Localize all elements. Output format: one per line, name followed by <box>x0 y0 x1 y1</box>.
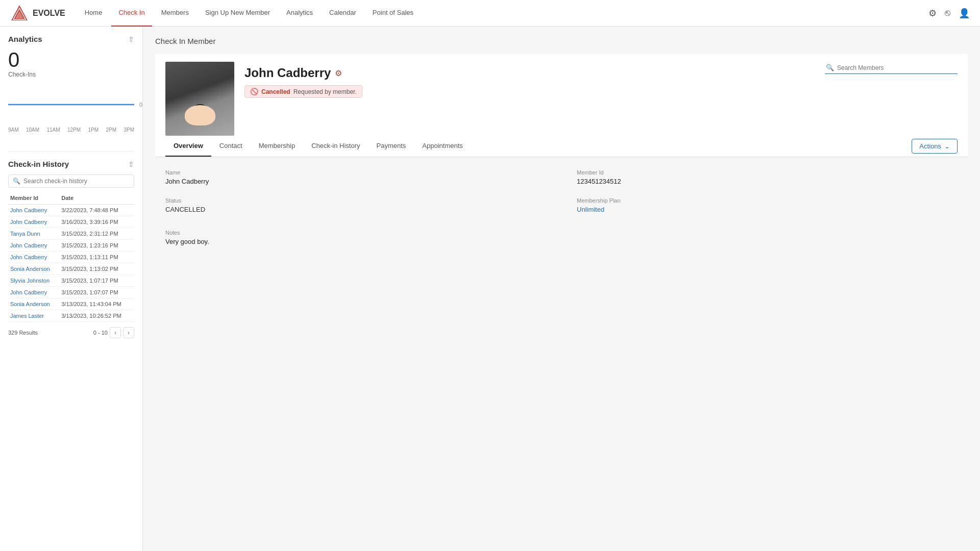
table-row: Tanya Dunn3/15/2023, 2:31:12 PM <box>8 228 134 240</box>
row-member-name: Tanya Dunn <box>8 228 59 240</box>
row-date: 3/13/2023, 10:26:52 PM <box>59 310 134 322</box>
chart-label-3: 12PM <box>67 127 81 133</box>
checkin-history-section: Check-in History ⇧ 🔍 Member Id Date John… <box>8 160 134 338</box>
logout-icon: ⎋ <box>945 8 950 18</box>
dog-snout <box>185 105 215 126</box>
row-date: 3/15/2023, 1:13:11 PM <box>59 252 134 263</box>
row-date: 3/15/2023, 1:13:02 PM <box>59 263 134 275</box>
checkin-search-input[interactable] <box>23 178 130 185</box>
overview-panel: Name John Cadberry Member Id 12345123451… <box>155 157 968 258</box>
user-account-button[interactable]: 👤 <box>959 8 970 19</box>
analytics-section-header: Analytics ⇧ <box>8 35 134 43</box>
field-notes: Notes Very good boy. <box>165 230 958 245</box>
search-members-area: 🔍 <box>825 62 958 74</box>
brand-logo-icon <box>10 4 29 22</box>
search-members-input[interactable] <box>837 64 957 71</box>
tab-checkin-history[interactable]: Check-in History <box>303 136 368 157</box>
next-page-button[interactable]: › <box>123 327 134 338</box>
member-header: John Cadberry ⚙ 🚫 Cancelled Requested by… <box>155 54 968 136</box>
checkin-search-icon: 🔍 <box>13 178 20 185</box>
edit-member-icon[interactable]: ⚙ <box>335 68 342 78</box>
status-label: Status <box>165 197 546 204</box>
membership-plan-label: Membership Plan <box>577 197 958 204</box>
row-date: 3/22/2023, 7:48:48 PM <box>59 205 134 216</box>
actions-chevron-icon: ⌄ <box>944 142 950 150</box>
nav-links: Home Check In Members Sign Up New Member… <box>78 0 928 27</box>
page-title: Check In Member <box>155 37 968 45</box>
table-row: John Cadberry3/16/2023, 3:39:16 PM <box>8 216 134 228</box>
row-date: 3/15/2023, 2:31:12 PM <box>59 228 134 240</box>
row-date: 3/16/2023, 3:39:16 PM <box>59 216 134 228</box>
status-badge-text: Cancelled <box>261 88 290 95</box>
notes-label: Notes <box>165 230 958 236</box>
logout-button[interactable]: ⎋ <box>945 8 950 18</box>
nav-checkin[interactable]: Check In <box>111 0 152 27</box>
app-body: Analytics ⇧ 0 Check-Ins 0 9AM 10AM 11AM … <box>0 27 980 551</box>
cancelled-icon: 🚫 <box>250 88 258 95</box>
chart-svg <box>8 84 134 125</box>
tab-contact[interactable]: Contact <box>211 136 251 157</box>
checkin-history-collapse-button[interactable]: ⇧ <box>128 160 134 168</box>
table-row: John Cadberry3/15/2023, 1:23:16 PM <box>8 240 134 252</box>
name-value: John Cadberry <box>165 178 546 185</box>
row-date: 3/15/2023, 1:23:16 PM <box>59 240 134 252</box>
row-member-name: John Cadberry <box>8 252 59 263</box>
nav-signup[interactable]: Sign Up New Member <box>198 0 277 27</box>
nav-members[interactable]: Members <box>154 0 196 27</box>
row-member-name: John Cadberry <box>8 287 59 298</box>
member-id-label: Member Id <box>577 169 958 176</box>
user-icon: 👤 <box>959 8 970 19</box>
notes-value: Very good boy. <box>165 238 958 245</box>
checkin-history-table: Member Id Date John Cadberry3/22/2023, 7… <box>8 193 134 322</box>
nav-pos[interactable]: Point of Sales <box>365 0 421 27</box>
status-badge: 🚫 Cancelled Requested by member. <box>244 85 362 98</box>
nav-analytics[interactable]: Analytics <box>279 0 320 27</box>
row-member-name: Sonia Anderson <box>8 263 59 275</box>
chart-label-6: 3PM <box>124 127 134 133</box>
actions-button[interactable]: Actions ⌄ <box>912 139 958 154</box>
settings-button[interactable]: ⚙ <box>928 8 937 19</box>
table-row: John Cadberry3/22/2023, 7:48:48 PM <box>8 205 134 216</box>
chart-label-2: 11AM <box>46 127 60 133</box>
checkins-count: 0 <box>8 49 134 70</box>
analytics-chart: 0 <box>8 84 134 125</box>
analytics-title: Analytics <box>8 35 42 43</box>
nav-home[interactable]: Home <box>78 0 110 27</box>
pagination-row: 329 Results 0 - 10 ‹ › <box>8 327 134 338</box>
table-row: John Cadberry3/15/2023, 1:13:11 PM <box>8 252 134 263</box>
row-member-name: John Cadberry <box>8 216 59 228</box>
checkin-history-header: Check-in History ⇧ <box>8 160 134 168</box>
col-date: Date <box>59 193 134 205</box>
row-member-name: John Cadberry <box>8 240 59 252</box>
row-date: 3/13/2023, 11:43:04 PM <box>59 298 134 310</box>
tab-payments[interactable]: Payments <box>369 136 414 157</box>
field-membership-plan: Membership Plan Unlimited <box>577 197 958 213</box>
checkins-label: Check-Ins <box>8 71 134 78</box>
checkin-search-box: 🔍 <box>8 174 134 188</box>
tab-appointments[interactable]: Appointments <box>414 136 471 157</box>
search-members-icon: 🔍 <box>826 64 834 71</box>
nav-calendar[interactable]: Calendar <box>322 0 363 27</box>
field-name: Name John Cadberry <box>165 169 546 185</box>
tab-membership[interactable]: Membership <box>251 136 304 157</box>
table-row: Sonia Anderson3/15/2023, 1:13:02 PM <box>8 263 134 275</box>
member-id-value: 123451234512 <box>577 178 958 185</box>
table-row: Sonia Anderson3/13/2023, 11:43:04 PM <box>8 298 134 310</box>
brand-name: EVOLVE <box>33 9 65 18</box>
prev-page-button[interactable]: ‹ <box>110 327 121 338</box>
table-row: James Laster3/13/2023, 10:26:52 PM <box>8 310 134 322</box>
brand: EVOLVE <box>10 4 65 22</box>
table-row: John Cadberry3/15/2023, 1:07:07 PM <box>8 287 134 298</box>
field-status: Status CANCELLED <box>165 197 546 213</box>
gear-icon: ⚙ <box>928 8 937 19</box>
sidebar-divider <box>8 151 134 152</box>
chart-zero-label: 0 <box>139 102 142 108</box>
col-member-id: Member Id <box>8 193 59 205</box>
row-date: 3/15/2023, 1:07:17 PM <box>59 275 134 287</box>
member-photo <box>165 62 234 136</box>
analytics-collapse-button[interactable]: ⇧ <box>128 35 134 43</box>
results-count: 329 Results <box>8 330 38 336</box>
sidebar: Analytics ⇧ 0 Check-Ins 0 9AM 10AM 11AM … <box>0 27 143 551</box>
chart-label-1: 10AM <box>26 127 39 133</box>
tab-overview[interactable]: Overview <box>165 136 211 157</box>
